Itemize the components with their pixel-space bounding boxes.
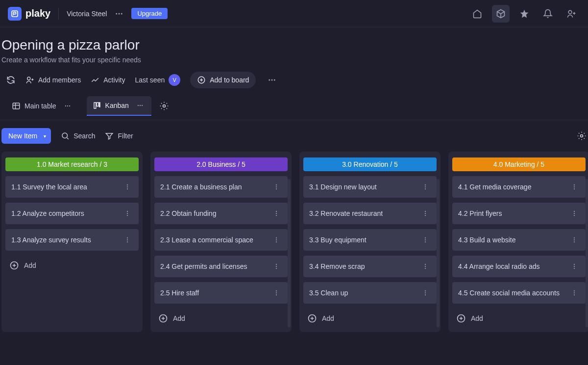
column-header[interactable]: 2.0 Business / 5 — [154, 157, 288, 171]
scrollbar[interactable] — [288, 179, 291, 327]
username[interactable]: Victoria Steel — [67, 10, 107, 18]
bell-icon[interactable] — [539, 5, 557, 23]
column-header[interactable]: 3.0 Renovation / 5 — [303, 157, 437, 171]
card-menu-icon[interactable] — [420, 236, 431, 243]
svg-point-3 — [121, 13, 122, 14]
divider — [58, 8, 59, 20]
card-title: 4.2 Print flyers — [458, 209, 502, 217]
card-menu-icon[interactable] — [271, 210, 282, 217]
svg-point-78 — [574, 292, 575, 293]
star-icon[interactable] — [515, 5, 533, 23]
kanban-card[interactable]: 4.1 Get media coverage — [452, 176, 586, 198]
tab-kanban-label: Kanban — [105, 102, 129, 109]
svg-point-52 — [425, 211, 426, 212]
card-menu-icon[interactable] — [569, 236, 580, 243]
scrollbar[interactable] — [586, 179, 588, 327]
card-title: 1.2 Analyze competitors — [11, 209, 84, 217]
kanban-card[interactable]: 2.4 Get permits and licenses — [154, 256, 288, 277]
card-menu-icon[interactable] — [271, 263, 282, 270]
column-body: 2.1 Create a business plan 2.2 Obtain fu… — [154, 176, 288, 304]
kanban-card[interactable]: 4.4 Arrange local radio ads — [452, 256, 586, 277]
search-button[interactable]: Search — [61, 131, 95, 140]
svg-point-51 — [425, 188, 426, 189]
kanban-card[interactable]: 3.3 Buy equipment — [303, 229, 437, 251]
svg-point-39 — [276, 237, 277, 238]
upgrade-button[interactable]: Upgrade — [131, 8, 168, 19]
add-card-button[interactable]: Add — [303, 309, 437, 328]
view-settings-icon[interactable] — [159, 101, 169, 111]
svg-point-26 — [127, 211, 128, 212]
new-item-button[interactable]: New Item — [1, 128, 51, 144]
more-actions-icon[interactable] — [266, 74, 278, 86]
svg-point-61 — [425, 290, 426, 291]
add-card-label: Add — [471, 314, 483, 322]
more-icon[interactable] — [113, 7, 125, 20]
kanban-card[interactable]: 3.2 Renovate restaurant — [303, 203, 437, 224]
action-bar: Add members Activity Last seen V Add to … — [0, 64, 588, 96]
card-menu-icon[interactable] — [420, 263, 431, 270]
card-title: 2.5 Hire staff — [160, 289, 199, 297]
kanban-card[interactable]: 4.2 Print flyers — [452, 203, 586, 224]
logo[interactable]: plaky — [8, 7, 50, 21]
card-menu-icon[interactable] — [420, 183, 431, 190]
svg-rect-15 — [97, 103, 98, 106]
kanban-card[interactable]: 1.3 Analyze survey results — [5, 229, 139, 251]
card-menu-icon[interactable] — [122, 210, 133, 217]
kanban-card[interactable]: 2.2 Obtain funding — [154, 203, 288, 224]
tab-main-table[interactable]: Main table — [6, 97, 79, 115]
column-header[interactable]: 1.0 Market research / 3 — [5, 157, 139, 171]
card-menu-icon[interactable] — [420, 210, 431, 217]
tab-kanban-more-icon[interactable] — [135, 100, 146, 111]
card-menu-icon[interactable] — [271, 289, 282, 296]
sync-icon[interactable] — [6, 75, 16, 85]
svg-point-19 — [142, 105, 143, 106]
last-seen[interactable]: Last seen V — [135, 74, 181, 86]
kanban-card[interactable]: 3.4 Remove scrap — [303, 256, 437, 277]
tab-kanban[interactable]: Kanban — [87, 96, 151, 116]
kanban-card[interactable]: 1.1 Survey the local area — [5, 176, 139, 198]
kanban-card[interactable]: 4.5 Create social media accounts — [452, 282, 586, 304]
svg-point-76 — [574, 268, 575, 269]
column-header[interactable]: 4.0 Marketing / 5 — [452, 157, 586, 171]
svg-point-65 — [574, 184, 575, 185]
svg-point-71 — [574, 237, 575, 238]
package-icon[interactable] — [492, 5, 510, 23]
svg-point-11 — [65, 105, 66, 106]
card-menu-icon[interactable] — [420, 289, 431, 296]
kanban-card[interactable]: 4.3 Build a website — [452, 229, 586, 251]
card-menu-icon[interactable] — [569, 263, 580, 270]
add-card-button[interactable]: Add — [5, 256, 139, 275]
add-card-button[interactable]: Add — [154, 309, 288, 328]
kanban-card[interactable]: 2.3 Lease a commercial space — [154, 229, 288, 251]
svg-point-18 — [140, 105, 141, 106]
kanban-card[interactable]: 2.1 Create a business plan — [154, 176, 288, 198]
filter-button[interactable]: Filter — [105, 131, 133, 140]
add-card-button[interactable]: Add — [452, 309, 586, 328]
kanban-card[interactable]: 1.2 Analyze competitors — [5, 203, 139, 224]
column-body: 4.1 Get media coverage 4.2 Print flyers … — [452, 176, 586, 304]
card-menu-icon[interactable] — [271, 236, 282, 243]
card-menu-icon[interactable] — [122, 183, 133, 190]
add-user-icon[interactable] — [563, 5, 580, 23]
search-label: Search — [74, 132, 95, 140]
card-menu-icon[interactable] — [569, 210, 580, 217]
home-icon[interactable] — [468, 5, 486, 23]
kanban-card[interactable]: 2.5 Hire staff — [154, 282, 288, 304]
tab-main-table-label: Main table — [24, 102, 56, 110]
activity-button[interactable]: Activity — [91, 76, 125, 84]
activity-label: Activity — [103, 76, 125, 84]
svg-point-40 — [276, 239, 277, 240]
card-menu-icon[interactable] — [122, 236, 133, 243]
tab-main-more-icon[interactable] — [62, 101, 73, 111]
card-menu-icon[interactable] — [569, 289, 580, 296]
add-members-button[interactable]: Add members — [25, 76, 81, 84]
card-menu-icon[interactable] — [271, 183, 282, 190]
scrollbar[interactable] — [437, 179, 440, 327]
add-to-board-button[interactable]: Add to board — [190, 72, 256, 88]
svg-point-70 — [574, 215, 575, 216]
board-settings-icon[interactable] — [577, 131, 587, 141]
kanban-card[interactable]: 3.5 Clean up — [303, 282, 437, 304]
kanban-card[interactable]: 3.1 Design new layout — [303, 176, 437, 198]
card-menu-icon[interactable] — [569, 183, 580, 190]
svg-point-45 — [276, 290, 277, 291]
